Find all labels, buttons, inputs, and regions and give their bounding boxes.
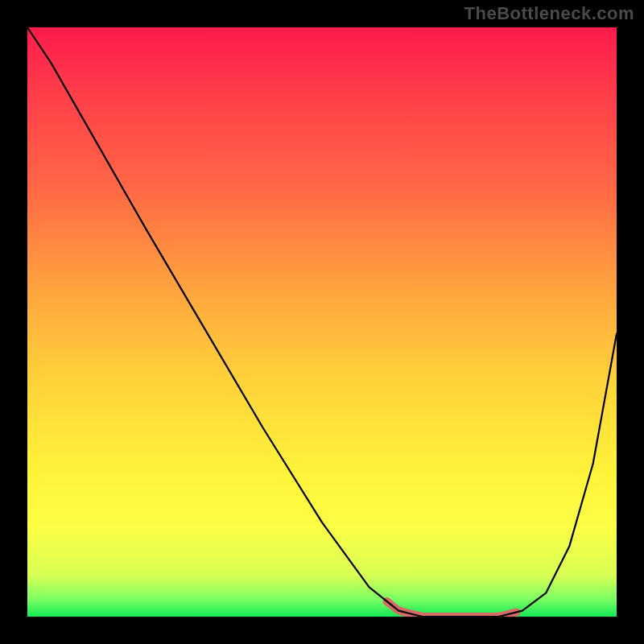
plot-area	[27, 27, 617, 617]
gradient-background	[27, 27, 617, 617]
chart-stage: TheBottleneck.com	[0, 0, 644, 644]
watermark-text: TheBottleneck.com	[464, 3, 634, 24]
